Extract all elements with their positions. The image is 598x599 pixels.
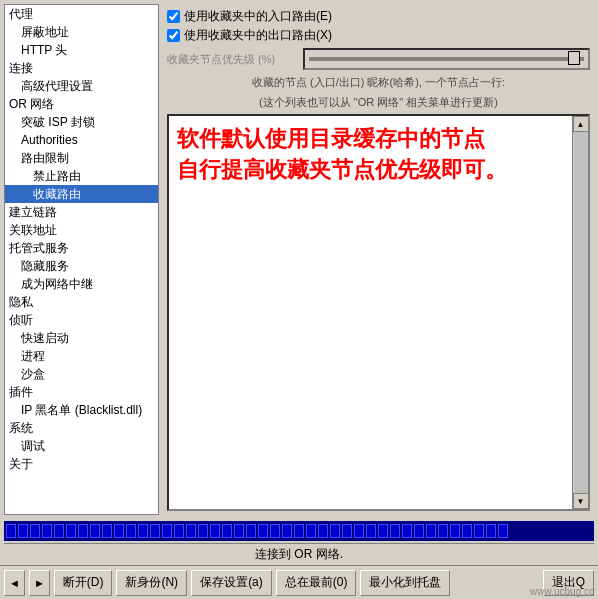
sidebar-item-assoc-addr[interactable]: 关联地址 [5, 221, 158, 239]
progress-block [498, 524, 508, 538]
sidebar-item-quick-start[interactable]: 快速启动 [5, 329, 158, 347]
sidebar-item-privacy[interactable]: 隐私 [5, 293, 158, 311]
checkbox-entry-label: 使用收藏夹中的入口路由(E) [184, 8, 332, 25]
progress-block [486, 524, 496, 538]
progress-block [126, 524, 136, 538]
slider-thumb[interactable] [568, 51, 580, 65]
sidebar-item-build-circuit[interactable]: 建立链路 [5, 203, 158, 221]
progress-block [270, 524, 280, 538]
progress-block [186, 524, 196, 538]
minimize-tray-button[interactable]: 最小化到托盘 [360, 570, 450, 596]
progress-block [54, 524, 64, 538]
info-text-2: (这个列表也可以从 "OR 网络" 相关菜单进行更新) [167, 94, 590, 110]
slider-label: 收藏夹节点优先级 (%) [167, 52, 297, 67]
main-text-line2: 自行提高收藏夹节点优先级即可。 [177, 155, 580, 186]
sidebar-item-process[interactable]: 进程 [5, 347, 158, 365]
sidebar-item-become-relay[interactable]: 成为网络中继 [5, 275, 158, 293]
save-settings-button[interactable]: 保存设置(a) [191, 570, 272, 596]
sidebar-item-connect[interactable]: 连接 [5, 59, 158, 77]
slider-track [309, 57, 584, 61]
progress-block [450, 524, 460, 538]
sidebar-item-break-isp[interactable]: 突破 ISP 封锁 [5, 113, 158, 131]
sidebar-item-or-network[interactable]: OR 网络 [5, 95, 158, 113]
sidebar-item-debug[interactable]: 调试 [5, 437, 158, 455]
progress-block [438, 524, 448, 538]
sidebar-item-about[interactable]: 关于 [5, 455, 158, 473]
progress-block [246, 524, 256, 538]
progress-block [18, 524, 28, 538]
sidebar-item-proxy[interactable]: 代理 [5, 5, 158, 23]
sidebar-item-system[interactable]: 系统 [5, 419, 158, 437]
progress-block [330, 524, 340, 538]
status-text: 连接到 OR 网络. [255, 546, 343, 563]
main-textbox: 软件默认使用目录缓存中的节点 自行提高收藏夹节点优先级即可。 ▲ ▼ [167, 114, 590, 511]
progress-block [222, 524, 232, 538]
checkbox-exit-label: 使用收藏夹中的出口路由(X) [184, 27, 332, 44]
main-textbox-content: 软件默认使用目录缓存中的节点 自行提高收藏夹节点优先级即可。 [177, 124, 580, 186]
info-text-1: 收藏的节点 (入口/出口) 昵称(哈希), 一个节点占一行: [167, 74, 590, 90]
progress-block [258, 524, 268, 538]
progress-block [150, 524, 160, 538]
panel-content: 使用收藏夹中的入口路由(E) 使用收藏夹中的出口路由(X) 收藏夹节点优先级 (… [163, 4, 594, 515]
watermark: www.ucbug.cc [530, 586, 594, 597]
sidebar-item-fav-route[interactable]: 收藏路由 [5, 185, 158, 203]
progress-block [474, 524, 484, 538]
sidebar-item-route-limit[interactable]: 路由限制 [5, 149, 158, 167]
progress-block [402, 524, 412, 538]
progress-block [342, 524, 352, 538]
sidebar-item-plugins[interactable]: 插件 [5, 383, 158, 401]
slider-row: 收藏夹节点优先级 (%) [167, 48, 590, 70]
progress-block [306, 524, 316, 538]
progress-block [366, 524, 376, 538]
sidebar-item-authorities[interactable]: Authorities [5, 131, 158, 149]
sidebar-item-listen[interactable]: 侦听 [5, 311, 158, 329]
status-bar: 连接到 OR 网络. [4, 543, 594, 565]
disconnect-button[interactable]: 断开(D) [54, 570, 113, 596]
sidebar-item-blacklist[interactable]: IP 黑名单 (Blacklist.dll) [5, 401, 158, 419]
progress-block [318, 524, 328, 538]
new-identity-button[interactable]: 新身份(N) [116, 570, 187, 596]
right-panel: 使用收藏夹中的入口路由(E) 使用收藏夹中的出口路由(X) 收藏夹节点优先级 (… [163, 4, 594, 515]
sidebar-item-block-addr[interactable]: 屏蔽地址 [5, 23, 158, 41]
progress-block [354, 524, 364, 538]
progress-block [78, 524, 88, 538]
progress-block [90, 524, 100, 538]
checkbox-row-2: 使用收藏夹中的出口路由(X) [167, 27, 590, 44]
progress-block [30, 524, 40, 538]
progress-block [66, 524, 76, 538]
progress-block [378, 524, 388, 538]
progress-block [174, 524, 184, 538]
progress-block [42, 524, 52, 538]
nav-fwd-button[interactable]: ► [29, 570, 50, 596]
bottom-buttons: ◄ ► 断开(D) 新身份(N) 保存设置(a) 总在最前(0) 最小化到托盘 … [0, 565, 598, 599]
sidebar-item-sandbox[interactable]: 沙盒 [5, 365, 158, 383]
checkbox-exit-route[interactable] [167, 29, 180, 42]
scroll-track[interactable] [574, 132, 588, 493]
progress-block [294, 524, 304, 538]
checkbox-entry-route[interactable] [167, 10, 180, 23]
content-area: 代理 屏蔽地址 HTTP 头 连接 高级代理设置 OR 网络 突破 ISP 封锁… [0, 0, 598, 519]
progress-block [426, 524, 436, 538]
progress-block [390, 524, 400, 538]
always-on-top-button[interactable]: 总在最前(0) [276, 570, 357, 596]
progress-block [162, 524, 172, 538]
main-window: 代理 屏蔽地址 HTTP 头 连接 高级代理设置 OR 网络 突破 ISP 封锁… [0, 0, 598, 599]
progress-block [6, 524, 16, 538]
nav-back-button[interactable]: ◄ [4, 570, 25, 596]
scrollbar: ▲ ▼ [572, 116, 588, 509]
progress-block [138, 524, 148, 538]
sidebar-item-forbid-route[interactable]: 禁止路由 [5, 167, 158, 185]
sidebar-item-managed-svc[interactable]: 托管式服务 [5, 239, 158, 257]
sidebar-item-adv-proxy[interactable]: 高级代理设置 [5, 77, 158, 95]
sidebar-item-http-head[interactable]: HTTP 头 [5, 41, 158, 59]
sidebar-item-hidden-svc[interactable]: 隐藏服务 [5, 257, 158, 275]
progress-block [210, 524, 220, 538]
progress-block [234, 524, 244, 538]
priority-slider-container [303, 48, 590, 70]
progress-block [198, 524, 208, 538]
progress-block [102, 524, 112, 538]
scroll-up-btn[interactable]: ▲ [573, 116, 589, 132]
scroll-down-btn[interactable]: ▼ [573, 493, 589, 509]
progress-block [462, 524, 472, 538]
checkbox-row-1: 使用收藏夹中的入口路由(E) [167, 8, 590, 25]
